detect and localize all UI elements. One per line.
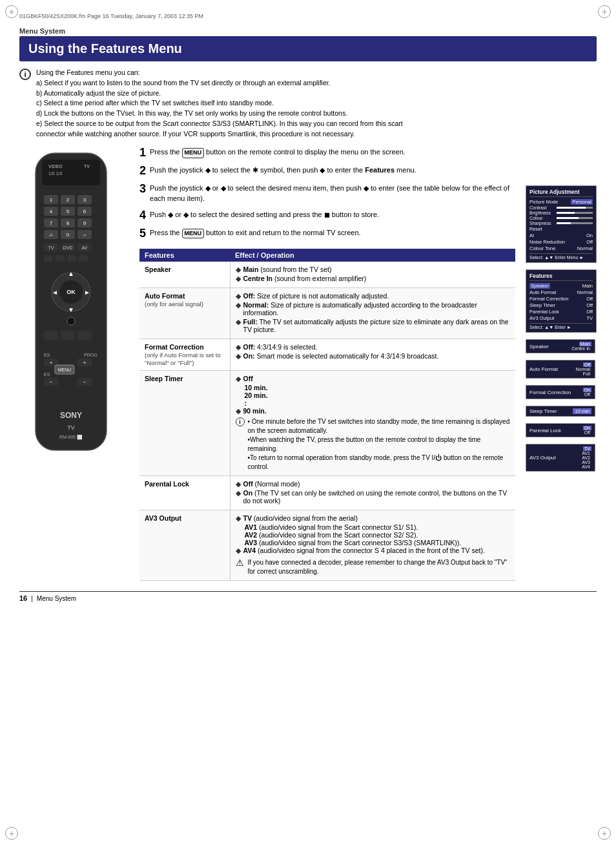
info-line4: c) Select a time period after which the … [36,98,403,109]
svg-text:OK: OK [67,289,76,295]
svg-text:2: 2 [67,197,70,203]
svg-point-46 [67,317,75,325]
svg-text:6: 6 [83,209,87,214]
svg-text:MENU: MENU [58,368,72,372]
filename-text: 01GBKF50/42SX200K.fm Page 16 Tuesday, Ja… [19,13,203,19]
svg-text:8: 8 [67,220,70,226]
svg-text:9: 9 [83,220,87,226]
svg-text:+: + [50,360,53,366]
svg-text:ES: ES [44,372,50,377]
sleep-timer-small-panel: Sleep Timer 10 min [526,406,595,417]
svg-text:5: 5 [67,209,70,214]
info-line7: connector while watching another source.… [36,129,403,140]
corner-mark-bl [5,827,18,840]
svg-text:RM-905 ⬜: RM-905 ⬜ [59,434,83,440]
top-bar: 01GBKF50/42SX200K.fm Page 16 Tuesday, Ja… [19,13,597,22]
svg-text:0: 0 [67,232,70,238]
table-row: AV3 Output ◆ TV (audio/video signal from… [139,510,515,581]
main-content: VIDEO TV 1/0 1/0 1 2 3 4 5 6 7 8 [19,147,597,581]
feature-format-correction: Format Correction (only if Auto Format i… [139,339,230,371]
svg-text:►: ► [84,289,90,296]
feature-sleep-timer: Sleep Timer [139,371,230,476]
info-line3: b) Automatically adjust the size of pict… [36,89,403,99]
right-col: 1 Press the MENU button on the remote co… [139,147,515,581]
info-text: Using the Features menu you can: a) Sele… [36,68,403,139]
svg-text:1: 1 [50,197,53,203]
info-line6: e) Select the source to be output from t… [36,119,403,129]
svg-text:−: − [50,379,53,385]
svg-text:ES: ES [44,353,50,357]
svg-text:TV: TV [48,245,54,250]
effect-auto-format: ◆ Off: Size of picture is not automatica… [230,288,515,339]
svg-rect-37 [67,255,76,262]
corner-mark-tl [5,5,18,18]
svg-text:-/-: -/- [48,232,54,238]
effect-av3-output: ◆ TV (audio/video signal from the aerial… [230,510,515,581]
note-icon: i [236,417,245,426]
picture-adjustment-title: Picture Adjustment [529,189,593,197]
table-row: Sleep Timer ◆ Off 10 min. 20 min. : ◆ [139,371,515,476]
svg-rect-36 [56,255,65,262]
picture-adjustment-panel: Picture Adjustment Picture Mode Personal… [526,185,597,263]
svg-text:PROG: PROG [84,353,98,357]
svg-text:VIDEO: VIDEO [48,164,63,169]
effect-parental-lock: ◆ Off (Normal mode) ◆ On (The TV set can… [230,476,515,510]
table-row: Speaker ◆ Main (sound from the TV set) ◆… [139,262,515,288]
svg-text:1/0  1/0: 1/0 1/0 [48,171,63,176]
format-correction-small-panel: Format Correction On Off [526,385,595,399]
corner-mark-br [598,827,611,840]
table-row: Format Correction (only if Auto Format i… [139,339,515,371]
effect-sleep-timer: ◆ Off 10 min. 20 min. : ◆ 90 min. [230,371,515,476]
effect-speaker: ◆ Main (sound from the TV set) ◆ Centre … [230,262,515,288]
page-footer: 16 | Menu System [19,591,597,602]
page-number: 16 [19,594,27,602]
svg-text:▲: ▲ [68,270,74,277]
remote-control-image: VIDEO TV 1/0 1/0 1 2 3 4 5 6 7 8 [19,147,123,470]
features-table: Features Effect / Operation Speaker ◆ [139,249,515,581]
features-panel-title: Features [529,273,593,281]
svg-text:◄: ◄ [52,289,58,296]
av3-output-small-panel: AV3 Output TV AV1 AV2 AV3 AV4 [526,444,595,472]
parental-lock-small-panel: Parental Lock On Off [526,423,595,437]
svg-text:DVD: DVD [63,245,73,250]
step-1: 1 Press the MENU button on the remote co… [139,147,515,160]
footer-divider: | [31,595,33,602]
menu-key-1: MENU [182,148,205,158]
page: 01GBKF50/42SX200K.fm Page 16 Tuesday, Ja… [0,0,616,845]
menu-key-5: MENU [182,229,205,239]
svg-rect-38 [79,255,88,262]
av3-warn-note: ⚠ If you have connected a decoder, pleas… [236,558,511,576]
svg-rect-35 [44,255,53,262]
steps: 1 Press the MENU button on the remote co… [139,147,515,240]
feature-av3-output: AV3 Output [139,510,230,581]
svg-text:7: 7 [50,220,53,226]
svg-text:3: 3 [83,197,87,203]
sleep-timer-note: i • One minute before the TV set switche… [236,417,511,472]
step-5: 5 Press the MENU button to exit and retu… [139,227,515,240]
feature-auto-format: Auto Format (only for aerial signal) [139,288,230,339]
speaker-small-panel: Speaker Main Centre In [526,339,595,353]
info-icon: i [19,68,31,80]
info-line1: Using the Features menu you can: [36,68,403,78]
info-box: i Using the Features menu you can: a) Se… [19,68,597,139]
info-line5: d) Lock the buttons on the TVset. In thi… [36,109,403,119]
svg-text:AV: AV [82,245,88,250]
effect-format-correction: ◆ Off: 4:3/14:9 is selected. ◆ On: Smart… [230,339,515,371]
svg-text:+: + [83,360,87,366]
corner-mark-tr [598,5,611,18]
svg-text:-/-: -/- [83,233,87,237]
svg-rect-49 [77,331,92,340]
footer-label: Menu System [37,595,76,602]
section-label: Menu System [19,27,597,35]
title-banner: Using the Features Menu [19,36,597,61]
step-4: 4 Push ◆ or ◆ to select the desired sett… [139,209,515,222]
step-2: 2 Push the joystick ◆ to select the ✱ sy… [139,165,515,178]
features-panel: Features Speaker Main Auto FormatNormal … [526,269,597,333]
col-effect: Effect / Operation [230,249,515,262]
panels-col: Picture Adjustment Picture Mode Personal… [526,185,597,581]
table-row: Auto Format (only for aerial signal) ◆ O… [139,288,515,339]
step-3: 3 Push the joystick ◆ or ◆ to select the… [139,183,515,204]
col-features: Features [139,249,230,262]
svg-text:▼: ▼ [68,306,74,313]
feature-speaker: Speaker [139,262,230,288]
